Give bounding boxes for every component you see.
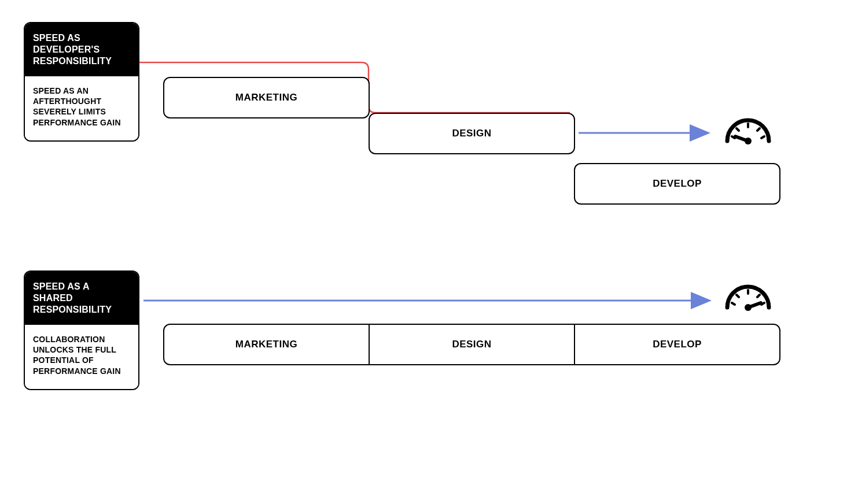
stage-label: MARKETING	[235, 339, 297, 350]
gauge-icon-low	[721, 111, 775, 149]
svg-line-7	[735, 136, 748, 141]
svg-line-11	[757, 295, 760, 297]
stage-marketing-2: MARKETING	[164, 325, 370, 364]
card-header: SPEED AS A SHARED RESPONSIBILITY	[25, 272, 138, 325]
svg-line-4	[757, 128, 760, 131]
card-header: SPEED AS DEVELOPER'S RESPONSIBILITY	[25, 23, 138, 76]
gauge-icon-high	[721, 277, 775, 316]
stage-label: DEVELOP	[653, 339, 702, 350]
stage-label: DESIGN	[452, 339, 491, 350]
svg-line-2	[736, 128, 739, 131]
stage-design-1: DESIGN	[369, 113, 575, 154]
stage-row-shared: MARKETING DESIGN DEVELOP	[163, 324, 780, 365]
card-developer-responsibility: SPEED AS DEVELOPER'S RESPONSIBILITY SPEE…	[24, 22, 139, 142]
stage-label: DESIGN	[452, 128, 491, 139]
svg-line-8	[732, 303, 735, 305]
card-shared-responsibility: SPEED AS A SHARED RESPONSIBILITY COLLABO…	[24, 270, 139, 390]
stage-marketing-1: MARKETING	[163, 77, 370, 118]
stage-label: MARKETING	[235, 92, 297, 103]
stage-develop-1: DEVELOP	[574, 163, 780, 205]
stage-develop-2: DEVELOP	[575, 325, 779, 364]
svg-line-5	[761, 136, 764, 138]
card-body: COLLABORATION UNLOCKS THE FULL POTENTIAL…	[25, 325, 138, 389]
card-body: SPEED AS AN AFTERTHOUGHT SEVERELY LIMITS…	[25, 76, 138, 140]
stage-label: DEVELOP	[653, 178, 702, 190]
svg-line-14	[748, 303, 761, 307]
stage-design-2: DESIGN	[370, 325, 575, 364]
svg-line-9	[736, 295, 739, 297]
